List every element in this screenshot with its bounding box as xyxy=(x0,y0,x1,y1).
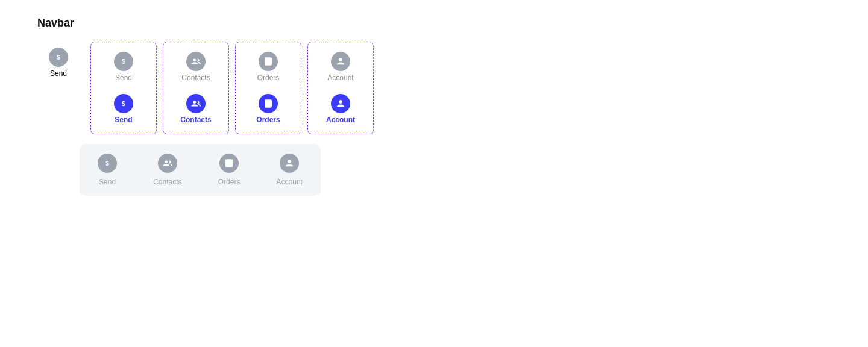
svg-text:$: $ xyxy=(122,100,125,107)
navbar-preview-account[interactable]: Account xyxy=(267,151,312,189)
send-dashed-box: $ Send $ Send xyxy=(90,42,157,134)
account-inactive-label: Account xyxy=(327,73,353,82)
page-title: Navbar xyxy=(0,0,868,42)
account-active-label: Account xyxy=(326,116,355,124)
send-standalone-icon: $ xyxy=(49,48,68,67)
contacts-inactive-label: Contacts xyxy=(181,73,210,82)
contacts-active-item[interactable]: Contacts xyxy=(171,90,221,128)
navbar-preview-wrapper: $ Send Contacts Orders Acco xyxy=(80,144,321,196)
orders-inactive-icon xyxy=(259,52,278,71)
contacts-inactive-icon xyxy=(186,52,206,71)
navbar-preview: $ Send Contacts Orders Acco xyxy=(80,149,321,191)
svg-text:$: $ xyxy=(105,160,109,167)
comparison-row: $ Send $ Send $ Send xyxy=(37,42,868,134)
navbar-contacts-label: Contacts xyxy=(153,178,181,186)
navbar-orders-label: Orders xyxy=(218,178,241,186)
navbar-contacts-icon xyxy=(158,154,177,173)
orders-dashed-box: Orders Orders xyxy=(235,42,301,134)
account-active-icon xyxy=(331,94,350,113)
navbar-account-label: Account xyxy=(277,178,303,186)
account-dashed-box: Account Account xyxy=(307,42,374,134)
standalone-send: $ Send xyxy=(37,48,80,78)
navbar-preview-orders[interactable]: Orders xyxy=(209,151,250,189)
send-active-icon: $ xyxy=(114,94,133,113)
account-active-item[interactable]: Account xyxy=(315,90,366,128)
account-inactive-item[interactable]: Account xyxy=(315,48,366,86)
send-standalone-label: Send xyxy=(50,69,67,78)
send-inactive-item[interactable]: $ Send xyxy=(98,48,149,86)
send-inactive-icon: $ xyxy=(114,52,133,71)
svg-text:$: $ xyxy=(122,58,125,65)
orders-active-label: Orders xyxy=(256,116,280,124)
navbar-orders-icon xyxy=(219,154,239,173)
orders-inactive-label: Orders xyxy=(257,73,280,82)
main-content: $ Send $ Send $ Send xyxy=(0,42,868,196)
orders-inactive-item[interactable]: Orders xyxy=(243,48,294,86)
send-active-item[interactable]: $ Send xyxy=(98,90,149,128)
svg-text:$: $ xyxy=(57,54,60,61)
navbar-send-label: Send xyxy=(99,178,116,186)
navbar-preview-send[interactable]: $ Send xyxy=(88,151,127,189)
contacts-active-label: Contacts xyxy=(180,116,211,124)
navbar-account-icon xyxy=(280,154,299,173)
orders-active-icon xyxy=(259,94,278,113)
navbar-send-icon: $ xyxy=(98,154,117,173)
contacts-active-icon xyxy=(186,94,206,113)
contacts-dashed-box: Contacts Contacts xyxy=(163,42,229,134)
send-active-label: Send xyxy=(115,116,132,124)
send-inactive-label: Send xyxy=(115,73,132,82)
contacts-inactive-item[interactable]: Contacts xyxy=(171,48,221,86)
orders-active-item[interactable]: Orders xyxy=(243,90,294,128)
account-inactive-icon xyxy=(331,52,350,71)
navbar-preview-contacts[interactable]: Contacts xyxy=(143,151,191,189)
